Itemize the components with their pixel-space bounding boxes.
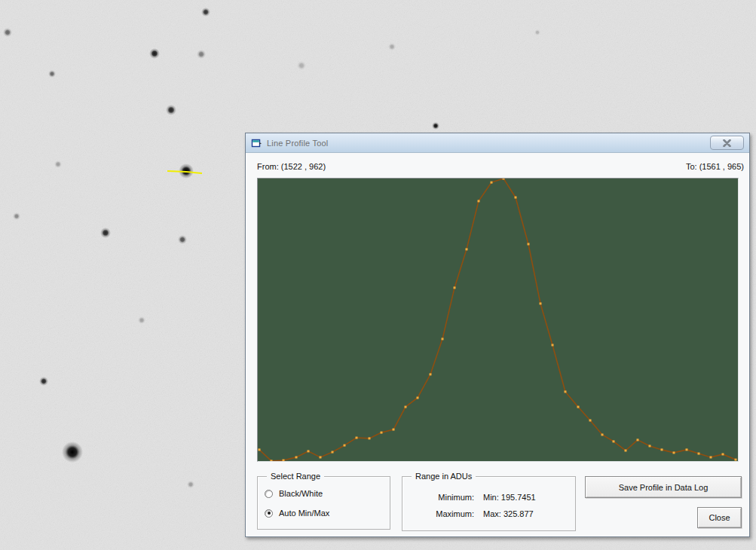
radio-button-icon[interactable] <box>265 509 273 518</box>
data-point-marker <box>308 450 310 452</box>
select-range-title: Select Range <box>267 472 324 481</box>
data-point-marker <box>369 437 371 439</box>
data-point-marker <box>552 344 554 346</box>
star <box>432 122 439 130</box>
range-in-adus-group: Range in ADUs Minimum: Min: 195.7451 Max… <box>402 476 576 531</box>
minimum-value: Min: 195.7451 <box>483 493 536 502</box>
star <box>48 70 56 78</box>
data-point-marker <box>393 429 395 431</box>
data-point-marker <box>540 302 542 304</box>
profile-plot[interactable] <box>257 178 739 462</box>
data-point-marker <box>613 440 615 442</box>
data-point-marker <box>698 453 700 455</box>
star <box>13 212 20 220</box>
maximum-label: Maximum: <box>410 509 474 518</box>
star <box>388 43 396 50</box>
star <box>3 28 12 37</box>
close-button[interactable]: Close <box>697 507 742 528</box>
star <box>138 316 145 324</box>
data-point-marker <box>405 406 407 408</box>
data-point-marker <box>259 448 261 451</box>
data-point-marker <box>649 445 651 447</box>
data-point-marker <box>454 286 456 289</box>
range-adus-title: Range in ADUs <box>412 472 476 481</box>
data-point-marker <box>466 248 468 250</box>
data-point-marker <box>295 456 298 458</box>
data-point-marker <box>503 179 505 179</box>
star <box>166 105 176 115</box>
data-point-marker <box>577 406 580 408</box>
radio-auto-min-max[interactable]: Auto Min/Max <box>265 509 329 518</box>
data-point-marker <box>528 243 530 245</box>
data-point-marker <box>344 445 346 447</box>
data-point-marker <box>478 200 480 202</box>
data-point-marker <box>589 419 592 421</box>
dialog-title: Line Profile Tool <box>267 139 328 148</box>
data-point-marker <box>637 438 639 441</box>
star <box>39 377 48 386</box>
data-point-marker <box>430 373 432 375</box>
select-range-group: Select Range Black/White Auto Min/Max <box>257 476 390 530</box>
radio-black-white[interactable]: Black/White <box>265 489 323 498</box>
radio-button-icon[interactable] <box>265 490 273 498</box>
star <box>100 228 111 238</box>
data-point-marker <box>722 453 724 455</box>
close-icon <box>723 139 731 147</box>
data-point-marker <box>417 396 419 399</box>
data-point-marker <box>320 456 322 458</box>
star <box>197 50 206 59</box>
profile-line <box>259 179 736 461</box>
radio-black-white-label: Black/White <box>279 489 323 498</box>
maximum-value: Max: 325.877 <box>483 509 536 518</box>
star <box>62 442 83 463</box>
minimum-label: Minimum: <box>410 493 474 502</box>
star <box>149 48 160 59</box>
dialog-titlebar[interactable]: Line Profile Tool <box>246 133 749 153</box>
profile-plot-svg <box>258 179 738 461</box>
data-point-marker <box>686 448 688 451</box>
radio-auto-min-max-label: Auto Min/Max <box>279 509 329 518</box>
application-window: Line Profile Tool From: (1522 , 962) To:… <box>0 0 756 550</box>
line-profile-dialog: Line Profile Tool From: (1522 , 962) To:… <box>245 133 750 537</box>
data-point-marker <box>491 182 493 184</box>
save-profile-button[interactable]: Save Profile in Data Log <box>585 476 742 498</box>
close-window-button[interactable] <box>710 136 744 150</box>
data-point-marker <box>673 451 675 454</box>
data-point-marker <box>283 459 285 461</box>
data-point-marker <box>271 460 273 461</box>
data-point-marker <box>515 197 517 199</box>
data-point-marker <box>601 433 604 435</box>
star <box>54 160 62 168</box>
data-point-marker <box>442 338 444 340</box>
data-point-marker <box>710 456 712 458</box>
star <box>297 61 306 70</box>
star <box>187 481 194 488</box>
star <box>534 29 540 35</box>
data-point-marker <box>356 437 358 439</box>
to-coordinates: To: (1561 , 965) <box>686 162 744 171</box>
star <box>201 8 210 17</box>
data-point-marker <box>332 451 334 454</box>
from-coordinates: From: (1522 , 962) <box>257 162 326 171</box>
dialog-client-area: From: (1522 , 962) To: (1561 , 965) Sele… <box>246 153 749 536</box>
data-point-marker <box>735 459 737 461</box>
line-profile-tool-icon <box>251 138 262 148</box>
data-point-marker <box>661 448 663 451</box>
star <box>178 235 187 244</box>
data-point-marker <box>625 450 627 452</box>
data-point-marker <box>565 390 567 393</box>
data-point-marker <box>381 432 383 434</box>
